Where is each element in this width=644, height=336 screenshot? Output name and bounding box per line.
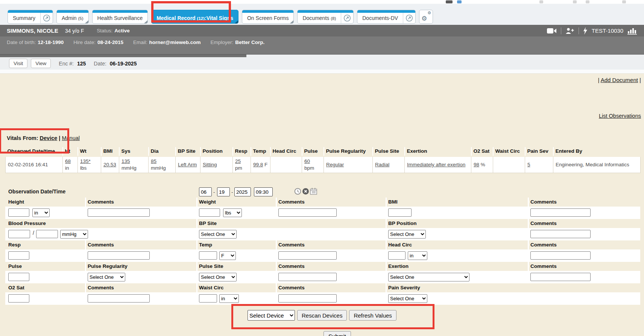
sys-link[interactable]: 135 (122, 158, 130, 164)
tab-documents-popout-button[interactable] (341, 13, 353, 23)
bp-comments-input[interactable] (530, 230, 591, 238)
pulse-link[interactable]: 60 (304, 158, 310, 164)
o2-link[interactable]: 98 (474, 162, 479, 167)
select-device-dropdown[interactable]: Select Device (248, 310, 295, 321)
obs-day-input[interactable] (217, 187, 230, 196)
weight-input[interactable] (199, 208, 220, 217)
pulse-comments-input[interactable] (278, 273, 337, 281)
vitals-from-label: Vitals From: (7, 135, 38, 141)
tab-summary-popout-button[interactable] (40, 13, 53, 23)
obs-month-input[interactable] (199, 187, 212, 196)
vitals-from-selector: Vitals From: Device | Manual (7, 135, 80, 141)
exertion-comments-input[interactable] (530, 273, 591, 281)
bar-chart-icon[interactable] (627, 27, 637, 35)
pulse-input[interactable] (8, 273, 29, 281)
temp-input[interactable] (199, 251, 217, 260)
clock-icon[interactable] (294, 188, 301, 196)
head-circ-input[interactable] (388, 251, 406, 260)
calendar-icon[interactable] (310, 188, 317, 196)
temp-unit-select[interactable]: F (219, 251, 236, 260)
head-circ-comments-input[interactable] (530, 251, 591, 260)
pain-sev-link[interactable]: 5 (527, 162, 530, 167)
add-person-icon[interactable] (565, 27, 574, 34)
bp-diastolic-input[interactable] (36, 230, 58, 238)
tab-documents-dv-popout-button[interactable] (403, 13, 415, 23)
visit-button[interactable]: Visit (9, 59, 27, 68)
refresh-values-button[interactable]: Refresh Values (349, 310, 396, 321)
tab-fold-corner (290, 20, 293, 23)
browser-fragment-icon (539, 0, 543, 3)
submit-button[interactable]: Submit (324, 331, 351, 336)
weight-unit-select[interactable]: lbs (223, 208, 242, 217)
popout-arrow-icon (406, 14, 413, 22)
col-exertion: Exertion (405, 147, 471, 156)
pulse-site-label: Pulse Site (199, 263, 223, 269)
obs-year-input[interactable] (234, 187, 251, 196)
pulse-regularity-label: Pulse Regularity (88, 263, 128, 269)
bp-site-link[interactable]: Left Arm (178, 162, 197, 167)
tab-on-screen-forms[interactable]: On Screen Forms (242, 10, 294, 24)
pain-severity-select[interactable]: Select One (388, 294, 427, 303)
height-unit-select[interactable]: in (32, 208, 50, 217)
weight-comments-input[interactable] (278, 208, 337, 217)
vitals-from-manual-link[interactable]: Manual (62, 135, 80, 141)
tab-summary[interactable]: Summary (8, 10, 53, 24)
cell-pulse-regularity: Regular (324, 156, 373, 173)
height-input[interactable] (8, 208, 29, 217)
waist-circ-input[interactable] (199, 294, 217, 303)
pulse-site-link[interactable]: Radial (375, 162, 389, 167)
dia-link[interactable]: 85 (151, 158, 156, 164)
temp-link[interactable]: 99.8 (253, 162, 263, 167)
wt-link[interactable]: 135* (80, 158, 91, 164)
bp-site-select[interactable]: Select One (199, 230, 237, 239)
rescan-devices-button[interactable]: Rescan Devices (297, 310, 347, 321)
tab-admin[interactable]: Admin (5) (56, 10, 89, 24)
height-comments-input[interactable] (88, 208, 150, 217)
waist-circ-unit-select[interactable]: in (219, 294, 239, 303)
bp-position-label: BP Position (388, 220, 417, 226)
video-camera-icon[interactable] (547, 28, 557, 34)
obs-time-input[interactable] (254, 187, 273, 196)
add-document-link[interactable]: Add Document (601, 77, 638, 83)
dia-unit: mmHg (151, 165, 166, 171)
wt-unit: lbs (80, 165, 87, 171)
tab-health-surveillance[interactable]: Health Surveillance (92, 10, 148, 24)
resp-input[interactable] (8, 251, 29, 260)
bp-systolic-input[interactable] (8, 230, 30, 238)
position-link[interactable]: Sitting (203, 162, 217, 167)
bmi-comments-input[interactable] (530, 208, 591, 217)
cell-o2-sat: 98 % (471, 156, 493, 173)
pulse-regularity-select[interactable]: Select One (88, 273, 125, 281)
o2-comments-input[interactable] (88, 294, 150, 303)
exertion-link[interactable]: Immediately after exertion (407, 162, 465, 167)
clear-x-icon[interactable] (302, 188, 309, 196)
lightning-icon[interactable] (583, 27, 588, 35)
list-observations-link[interactable]: List Observations (599, 113, 641, 119)
exertion-select[interactable]: Select One (388, 273, 469, 281)
tab-documents-dv[interactable]: Documents-DV (357, 10, 416, 24)
resp-comments-input[interactable] (88, 251, 150, 260)
head-circ-unit-select[interactable]: in (408, 251, 427, 260)
pulse-regularity-link[interactable]: Regular (326, 162, 344, 167)
enc-number-value: 125 (77, 61, 86, 67)
tab-medical-record-vital-signs[interactable]: Medical Record (12):Vital Signs (151, 10, 238, 24)
pulse-site-select[interactable]: Select One (199, 273, 237, 281)
bmi-link[interactable]: 20.53 (103, 162, 116, 167)
settings-gear-button[interactable]: ⚙ ⚙ (419, 10, 433, 24)
bmi-input[interactable] (388, 208, 412, 217)
employer-value: Better Corp. (235, 40, 264, 45)
waist-comments-input[interactable] (278, 294, 337, 303)
email-label: Email: (133, 40, 147, 45)
resp-unit: pm (235, 165, 242, 171)
bp-unit-select[interactable]: mmHg (60, 230, 88, 239)
ht-link[interactable]: 68 (65, 158, 71, 164)
bp-site-label: BP Site (199, 220, 217, 226)
view-button[interactable]: View (31, 59, 51, 68)
o2-sat-input[interactable] (8, 294, 29, 303)
bp-position-select[interactable]: Select One (388, 230, 426, 239)
temp-comments-input[interactable] (278, 251, 337, 260)
form-label-row-4: Pulse Pulse Regularity Pulse Site Commen… (5, 262, 640, 271)
tab-documents[interactable]: Documents (8) (297, 10, 354, 24)
resp-link[interactable]: 25 (235, 158, 241, 164)
vitals-from-device-link[interactable]: Device (40, 135, 58, 141)
